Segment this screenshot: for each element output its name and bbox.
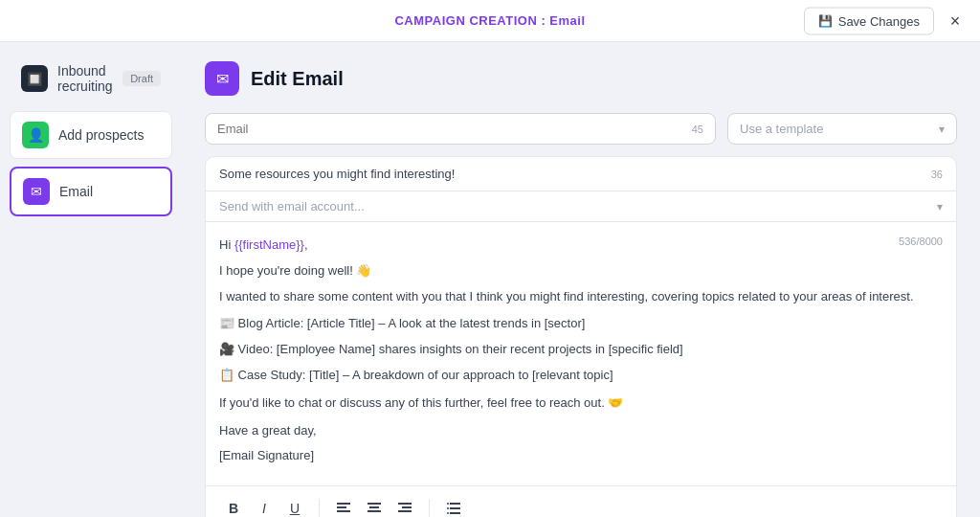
email-subject-input[interactable] bbox=[217, 122, 684, 136]
email-sidebar-icon: ✉ bbox=[23, 178, 50, 205]
align-center-button[interactable] bbox=[360, 494, 389, 517]
editor-subject-char-count: 36 bbox=[931, 169, 943, 180]
body-line-2: I hope you're doing well! 👋 bbox=[219, 261, 943, 281]
editor-text-content[interactable]: Hi {{firstName}}, I hope you're doing we… bbox=[219, 236, 943, 466]
svg-rect-5 bbox=[369, 506, 379, 508]
send-account-row[interactable]: Send with email account... ▾ bbox=[206, 191, 956, 222]
editor-body[interactable]: 536/8000 Hi {{firstName}}, I hope you're… bbox=[206, 222, 956, 485]
body-line-6: 📋 Case Study: [Title] – A breakdown of o… bbox=[219, 366, 943, 386]
sidebar: 🔲 Inbound recruiting Draft 👤 Add prospec… bbox=[0, 42, 182, 517]
svg-point-11 bbox=[447, 503, 449, 505]
template-select[interactable]: Use a template ▾ bbox=[727, 113, 957, 145]
word-count: 536/8000 bbox=[899, 236, 943, 247]
bold-button[interactable]: B bbox=[219, 494, 248, 517]
toolbar-separator-1 bbox=[319, 499, 320, 517]
inbound-icon: 🔲 bbox=[21, 65, 48, 92]
save-label: Save Changes bbox=[838, 13, 920, 28]
svg-rect-4 bbox=[368, 503, 381, 505]
sidebar-item-add-prospects[interactable]: 👤 Add prospects bbox=[10, 111, 172, 159]
svg-point-13 bbox=[447, 507, 449, 509]
draft-badge: Draft bbox=[122, 71, 161, 86]
svg-rect-2 bbox=[337, 510, 350, 512]
edit-email-header: ✉ Edit Email bbox=[205, 61, 957, 96]
align-center-icon bbox=[368, 503, 381, 514]
align-right-button[interactable] bbox=[390, 494, 419, 517]
svg-rect-6 bbox=[368, 510, 381, 512]
toolbar-separator-2 bbox=[429, 499, 430, 517]
body-line-5: 🎥 Video: [Employee Name] shares insights… bbox=[219, 340, 943, 360]
svg-point-15 bbox=[447, 512, 449, 514]
align-right-icon bbox=[398, 503, 412, 514]
edit-email-icon: ✉ bbox=[205, 61, 239, 96]
sidebar-item-inbound[interactable]: 🔲 Inbound recruiting Draft bbox=[10, 54, 172, 103]
top-bar: CAMPAIGN CREATION : Email 💾 Save Changes… bbox=[0, 0, 980, 42]
add-prospects-icon: 👤 bbox=[22, 122, 49, 148]
body-line-7: If you'd like to chat or discuss any of … bbox=[219, 393, 943, 414]
sidebar-item-label-inbound: Inbound recruiting bbox=[57, 63, 113, 94]
list-button[interactable] bbox=[439, 494, 468, 517]
editor-card: Some resources you might find interestin… bbox=[205, 156, 957, 517]
top-bar-actions: 💾 Save Changes × bbox=[804, 7, 969, 34]
send-account-arrow-icon: ▾ bbox=[937, 200, 943, 214]
svg-rect-14 bbox=[450, 512, 460, 514]
svg-rect-7 bbox=[398, 503, 412, 505]
svg-rect-9 bbox=[398, 510, 412, 512]
campaign-title-text: CAMPAIGN CREATION : bbox=[394, 13, 549, 28]
email-form-row: 45 Use a template ▾ bbox=[205, 113, 957, 145]
body-line-3: I wanted to share some content with you … bbox=[219, 287, 943, 307]
align-left-icon bbox=[337, 503, 350, 514]
svg-rect-12 bbox=[450, 507, 460, 509]
list-icon bbox=[447, 503, 460, 514]
template-arrow-icon: ▾ bbox=[939, 123, 945, 136]
editor-subject-row: Some resources you might find interestin… bbox=[206, 157, 956, 191]
body-line-4: 📰 Blog Article: [Article Title] – A look… bbox=[219, 314, 943, 334]
edit-email-title: Edit Email bbox=[251, 68, 344, 90]
svg-rect-0 bbox=[337, 503, 350, 505]
save-icon: 💾 bbox=[818, 14, 833, 28]
align-group bbox=[329, 494, 419, 517]
main-content: ✉ Edit Email 45 Use a template ▾ Some re… bbox=[182, 42, 980, 517]
template-placeholder: Use a template bbox=[740, 122, 823, 136]
svg-rect-10 bbox=[450, 503, 460, 505]
italic-button[interactable]: I bbox=[250, 494, 278, 517]
sidebar-item-label-email: Email bbox=[59, 184, 93, 199]
body-line-1: Hi {{firstName}}, bbox=[219, 236, 943, 256]
body-line-9: [Email Signature] bbox=[219, 446, 943, 466]
firstname-variable: {{firstName}} bbox=[234, 237, 304, 252]
email-subject-wrapper: 45 bbox=[205, 113, 716, 145]
close-button[interactable]: × bbox=[942, 8, 969, 34]
editor-toolbar: B I U bbox=[206, 485, 956, 517]
campaign-title: CAMPAIGN CREATION : Email bbox=[394, 13, 585, 28]
underline-button[interactable]: U bbox=[280, 494, 309, 517]
layout: 🔲 Inbound recruiting Draft 👤 Add prospec… bbox=[0, 42, 980, 517]
text-format-group: B I U bbox=[219, 494, 309, 517]
svg-rect-8 bbox=[402, 506, 412, 508]
campaign-title-link[interactable]: Email bbox=[549, 13, 585, 28]
align-left-button[interactable] bbox=[329, 494, 358, 517]
sidebar-item-label-add-prospects: Add prospects bbox=[58, 127, 145, 143]
subject-char-count: 45 bbox=[692, 124, 703, 135]
svg-rect-1 bbox=[337, 506, 346, 508]
save-changes-button[interactable]: 💾 Save Changes bbox=[804, 7, 934, 34]
sidebar-item-email[interactable]: ✉ Email bbox=[10, 167, 172, 216]
body-line-8: Have a great day, bbox=[219, 421, 943, 441]
subject-line-text[interactable]: Some resources you might find interestin… bbox=[219, 167, 455, 181]
send-account-placeholder: Send with email account... bbox=[219, 199, 365, 214]
